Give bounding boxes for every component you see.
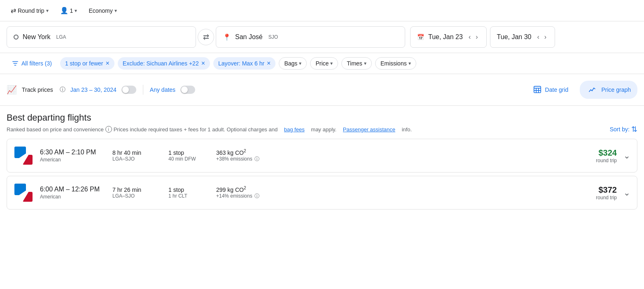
flight-stops: 1 stop 1 hr CLT bbox=[168, 186, 210, 199]
emissions-dropdown[interactable]: Emissions ▾ bbox=[375, 57, 416, 70]
any-dates-label: Any dates bbox=[150, 86, 175, 93]
ranked-info-icon[interactable]: i bbox=[105, 126, 112, 133]
results-section: Best departing flights Ranked based on p… bbox=[0, 106, 644, 210]
origin-code: LGA bbox=[56, 34, 66, 40]
track-date-range: Jan 23 – 30, 2024 bbox=[70, 86, 117, 93]
departure-prev-btn[interactable]: ‹ bbox=[467, 32, 472, 42]
layover-chip-close[interactable]: × bbox=[267, 60, 271, 67]
layover-chip-label: Layover: Max 6 hr bbox=[218, 60, 264, 67]
date-grid-button[interactable]: Date grid bbox=[526, 82, 575, 98]
price-amount: $372 bbox=[567, 185, 617, 195]
layover-chip[interactable]: Layover: Max 6 hr × bbox=[213, 57, 275, 70]
american-airlines-logo bbox=[14, 184, 33, 202]
sort-by-control[interactable]: Sort by: ⇅ bbox=[610, 125, 637, 134]
departure-date-label: Tue, Jan 23 bbox=[428, 33, 463, 41]
divider bbox=[143, 85, 143, 95]
emissions-pct: +14% emissions ⓘ bbox=[216, 193, 282, 200]
trip-type-selector[interactable]: ⇄ Round trip ▾ bbox=[7, 4, 53, 17]
track-prices-icon: 📈 bbox=[7, 85, 17, 95]
origin-field[interactable]: New York LGA bbox=[7, 26, 196, 48]
times-dropdown[interactable]: Times ▾ bbox=[341, 57, 372, 70]
route-text: LGA–SJO bbox=[112, 156, 162, 162]
flight-price: $324 round trip bbox=[567, 148, 617, 163]
exclude-chip-close[interactable]: × bbox=[201, 60, 205, 67]
flight-time-text: 6:00 AM – 12:26 PM bbox=[40, 186, 106, 193]
return-next-btn[interactable]: › bbox=[543, 32, 548, 42]
all-filters-button[interactable]: All filters (3) bbox=[7, 57, 57, 70]
price-graph-label: Price graph bbox=[601, 86, 631, 93]
times-chevron: ▾ bbox=[364, 61, 366, 66]
sort-icon: ⇅ bbox=[631, 125, 637, 134]
any-dates-toggle[interactable] bbox=[180, 86, 195, 94]
destination-field[interactable]: 📍 San José SJO bbox=[216, 26, 405, 48]
exclude-chip[interactable]: Exclude: Sichuan Airlines +22 × bbox=[118, 57, 210, 70]
airline-logo bbox=[14, 183, 33, 203]
track-prices-toggle[interactable] bbox=[121, 86, 136, 94]
bags-dropdown[interactable]: Bags ▾ bbox=[279, 57, 307, 70]
airline-name: American bbox=[40, 157, 106, 163]
exclude-chip-label: Exclude: Sichuan Airlines +22 bbox=[123, 60, 199, 67]
price-label: round trip bbox=[567, 195, 617, 200]
bags-label: Bags bbox=[284, 60, 297, 67]
flight-duration: 8 hr 40 min LGA–SJO bbox=[112, 149, 162, 162]
emissions-info-icon[interactable]: ⓘ bbox=[254, 156, 259, 162]
price-graph-icon bbox=[586, 84, 598, 96]
passengers-selector[interactable]: 👤 1 ▾ bbox=[56, 4, 82, 17]
return-date-nav: ‹ › bbox=[535, 32, 548, 42]
passengers-label: 1 bbox=[70, 7, 73, 14]
round-trip-icon: ⇄ bbox=[11, 7, 16, 14]
airline-logo bbox=[14, 146, 33, 165]
return-date-field[interactable]: Tue, Jan 30 ‹ › bbox=[490, 26, 555, 48]
passenger-assistance-link[interactable]: Passenger assistance bbox=[343, 126, 395, 133]
destination-icon: 📍 bbox=[223, 33, 231, 41]
cabin-class-selector[interactable]: Economy ▾ bbox=[84, 5, 121, 16]
cabin-class-chevron: ▾ bbox=[114, 8, 117, 14]
route-text: LGA–SJO bbox=[112, 193, 162, 199]
return-prev-btn[interactable]: ‹ bbox=[535, 32, 541, 42]
return-date-label: Tue, Jan 30 bbox=[497, 33, 532, 41]
track-info-icon[interactable]: ⓘ bbox=[60, 86, 65, 93]
origin-icon bbox=[14, 35, 19, 40]
flight-price: $372 round trip bbox=[567, 185, 617, 200]
duration-text: 8 hr 40 min bbox=[112, 149, 162, 156]
departure-next-btn[interactable]: › bbox=[474, 32, 479, 42]
price-note: Prices include required taxes + fees for… bbox=[114, 126, 412, 133]
top-bar: ⇄ Round trip ▾ 👤 1 ▾ Economy ▾ bbox=[0, 0, 644, 21]
filter-row: All filters (3) 1 stop or fewer × Exclud… bbox=[0, 53, 644, 74]
price-graph-button[interactable]: Price graph bbox=[580, 81, 637, 99]
emissions-label: Emissions bbox=[380, 60, 407, 67]
date-grid-icon bbox=[533, 85, 542, 95]
flight-time-text: 6:30 AM – 2:10 PM bbox=[40, 149, 106, 156]
duration-text: 7 hr 26 min bbox=[112, 186, 162, 193]
stops-chip[interactable]: 1 stop or fewer × bbox=[60, 57, 114, 70]
filter-icon bbox=[12, 60, 19, 67]
person-icon: 👤 bbox=[60, 7, 68, 14]
co2-text: 299 kg CO2 bbox=[216, 186, 282, 193]
flight-emissions: 299 kg CO2 +14% emissions ⓘ bbox=[216, 186, 282, 200]
price-dropdown[interactable]: Price ▾ bbox=[310, 57, 338, 70]
flight-card[interactable]: 6:00 AM – 12:26 PM American 7 hr 26 min … bbox=[7, 176, 637, 210]
cabin-class-label: Economy bbox=[89, 7, 112, 14]
swap-button[interactable]: ⇄ bbox=[198, 29, 214, 45]
passengers-chevron: ▾ bbox=[75, 8, 77, 14]
flight-emissions: 363 kg CO2 +38% emissions ⓘ bbox=[216, 149, 282, 163]
flight-times: 6:00 AM – 12:26 PM American bbox=[40, 186, 106, 200]
sort-by-label: Sort by: bbox=[610, 126, 630, 133]
price-label: Price bbox=[315, 60, 329, 67]
departure-date-field[interactable]: 📅 Tue, Jan 23 ‹ › bbox=[410, 26, 487, 48]
price-chevron: ▾ bbox=[330, 61, 333, 66]
date-grid-label: Date grid bbox=[545, 86, 569, 93]
stops-chip-close[interactable]: × bbox=[106, 60, 110, 67]
trip-type-chevron: ▾ bbox=[46, 8, 49, 14]
flight-card[interactable]: 6:30 AM – 2:10 PM American 8 hr 40 min L… bbox=[7, 139, 637, 172]
stops-text: 1 stop bbox=[168, 186, 210, 193]
bags-chevron: ▾ bbox=[299, 61, 301, 66]
bag-fees-link[interactable]: bag fees bbox=[284, 126, 305, 133]
expand-button[interactable]: ⌄ bbox=[623, 188, 630, 198]
emissions-info-icon[interactable]: ⓘ bbox=[254, 193, 259, 199]
ranked-text: Ranked based on price and convenience bbox=[7, 126, 104, 133]
stop-detail: 1 hr CLT bbox=[168, 193, 210, 199]
expand-button[interactable]: ⌄ bbox=[623, 151, 630, 161]
track-prices-label: Track prices bbox=[22, 86, 53, 93]
all-filters-label: All filters (3) bbox=[21, 60, 52, 67]
